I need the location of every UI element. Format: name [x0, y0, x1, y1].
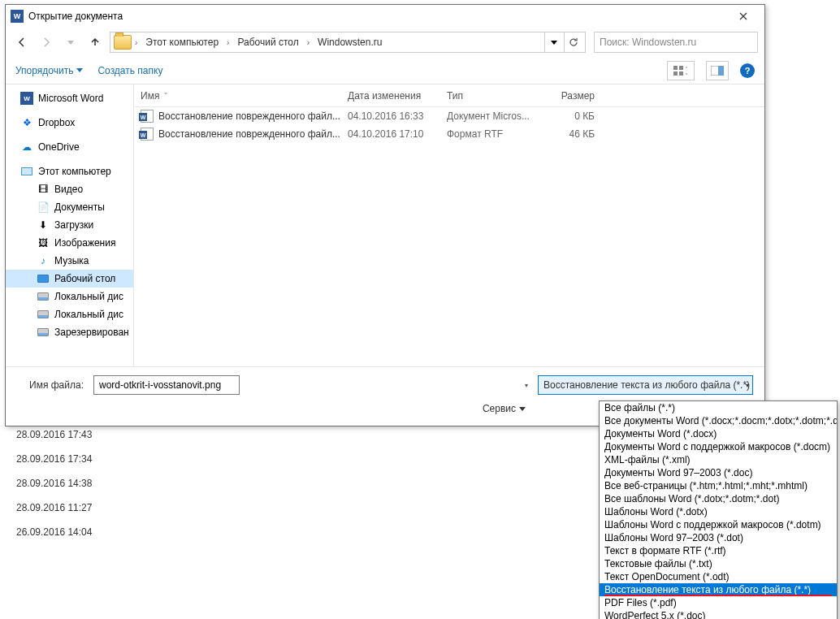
- bg-item: 28.09.2016 11:27: [0, 496, 154, 520]
- disk-icon: [37, 290, 50, 303]
- file-row[interactable]: Восстановление поврежденного файл... 04.…: [134, 125, 764, 143]
- filetype-option[interactable]: Все документы Word (*.docx;*.docm;*.dotx…: [600, 414, 837, 427]
- close-icon: [739, 12, 747, 20]
- filetype-option[interactable]: PDF Files (*.pdf): [600, 596, 837, 609]
- word-icon: W: [11, 10, 24, 23]
- view-mode-button[interactable]: [667, 61, 695, 80]
- sidebar-item-this-pc[interactable]: Этот компьютер: [6, 162, 133, 180]
- refresh-button[interactable]: [564, 32, 582, 52]
- crumb[interactable]: Этот компьютер: [141, 35, 223, 50]
- svg-rect-3: [679, 71, 683, 76]
- organize-button[interactable]: Упорядочить: [15, 65, 83, 76]
- crumb[interactable]: Рабочий стол: [232, 35, 303, 50]
- crumb[interactable]: Windowsten.ru: [313, 35, 387, 50]
- close-button[interactable]: [727, 5, 760, 28]
- bg-item: 28.09.2016 17:34: [0, 447, 154, 471]
- svg-rect-1: [679, 66, 683, 70]
- filetype-option[interactable]: Шаблоны Word с поддержкой макросов (*.do…: [600, 518, 837, 531]
- filetype-option[interactable]: Все файлы (*.*): [600, 401, 837, 414]
- sidebar-item-desktop[interactable]: Рабочий стол: [6, 270, 133, 288]
- bg-item: 26.09.2016 14:04: [0, 520, 154, 544]
- toolbar: Упорядочить Создать папку ?: [6, 57, 764, 84]
- preview-pane-button[interactable]: [706, 61, 729, 80]
- onedrive-icon: ☁: [20, 141, 33, 154]
- filetype-option[interactable]: Текст OpenDocument (*.odt): [600, 570, 837, 583]
- sidebar-item-onedrive[interactable]: ☁OneDrive: [6, 138, 133, 156]
- svg-rect-2: [673, 71, 678, 76]
- filename-label: Имя файла:: [17, 379, 87, 391]
- sidebar-item-disk-c[interactable]: Локальный дис: [6, 288, 133, 305]
- breadcrumb-dropdown[interactable]: [544, 32, 562, 52]
- tools-button[interactable]: Сервис: [483, 403, 526, 414]
- sidebar-item-downloads[interactable]: ⬇Загрузки: [6, 216, 133, 234]
- back-button[interactable]: [12, 32, 32, 52]
- recent-dropdown[interactable]: [61, 32, 80, 52]
- filename-input[interactable]: [93, 375, 240, 395]
- file-pane: Имя˄ Дата изменения Тип Размер Восстанов…: [134, 84, 764, 366]
- breadcrumb[interactable]: › Этот компьютер › Рабочий стол › Window…: [110, 32, 586, 53]
- music-icon: ♪: [37, 254, 50, 267]
- svg-rect-0: [673, 66, 678, 70]
- bg-item: 28.09.2016 14:38: [0, 471, 154, 496]
- folder-icon: [114, 35, 132, 50]
- col-type[interactable]: Тип: [440, 90, 538, 102]
- sidebar-item-music[interactable]: ♪Музыка: [6, 252, 133, 270]
- video-icon: 🎞: [37, 183, 50, 196]
- desktop-icon: [37, 272, 50, 285]
- filetype-dropdown: Все файлы (*.*)Все документы Word (*.doc…: [599, 400, 838, 619]
- disk-icon: [37, 326, 50, 339]
- doc-icon: [141, 110, 154, 123]
- file-row[interactable]: Восстановление поврежденного файл... 04.…: [134, 107, 764, 125]
- filetype-option[interactable]: XML-файлы (*.xml): [600, 453, 837, 466]
- filetype-option[interactable]: Документы Word 97–2003 (*.doc): [600, 466, 837, 479]
- svg-rect-5: [718, 66, 724, 76]
- filetype-option[interactable]: Все шаблоны Word (*.dotx;*.dotm;*.dot): [600, 492, 837, 505]
- sidebar-item-documents[interactable]: 📄Документы: [6, 198, 133, 216]
- documents-icon: 📄: [37, 201, 50, 214]
- col-name[interactable]: Имя˄: [134, 90, 341, 102]
- dropbox-icon: ❖: [20, 116, 33, 129]
- filetype-option[interactable]: Документы Word с поддержкой макросов (*.…: [600, 440, 837, 453]
- filetype-option[interactable]: Восстановление текста из любого файла (*…: [600, 583, 837, 596]
- sidebar-item-reserved[interactable]: Зарезервирован: [6, 323, 133, 341]
- col-size[interactable]: Размер: [538, 90, 601, 102]
- sidebar-item-word[interactable]: WMicrosoft Word: [6, 89, 133, 107]
- disk-icon: [37, 308, 50, 321]
- sidebar-item-disk-d[interactable]: Локальный дис: [6, 305, 133, 323]
- file-rows: Восстановление поврежденного файл... 04.…: [134, 107, 764, 366]
- filetype-option[interactable]: Шаблоны Word (*.dotx): [600, 505, 837, 518]
- filetype-option[interactable]: Текстовые файлы (*.txt): [600, 557, 837, 570]
- nav-row: › Этот компьютер › Рабочий стол › Window…: [6, 28, 764, 57]
- open-dialog: W Открытие документа › Этот компьютер › …: [5, 4, 765, 426]
- titlebar: W Открытие документа: [6, 5, 764, 28]
- forward-button[interactable]: [37, 32, 56, 52]
- background-list: 28.09.2016 17:43 28.09.2016 17:34 28.09.…: [0, 422, 154, 544]
- sidebar: WMicrosoft Word ❖Dropbox ☁OneDrive Этот …: [6, 84, 134, 366]
- filetype-filter[interactable]: Восстановление текста из любого файла (*…: [538, 375, 753, 395]
- filetype-option[interactable]: Текст в формате RTF (*.rtf): [600, 544, 837, 557]
- doc-icon: [141, 128, 154, 141]
- sidebar-item-videos[interactable]: 🎞Видео: [6, 180, 133, 198]
- filetype-option[interactable]: Документы Word (*.docx): [600, 427, 837, 440]
- downloads-icon: ⬇: [37, 219, 50, 232]
- column-headers: Имя˄ Дата изменения Тип Размер: [134, 84, 764, 107]
- new-folder-button[interactable]: Создать папку: [97, 65, 162, 76]
- pc-icon: [20, 165, 33, 178]
- help-button[interactable]: ?: [740, 63, 755, 78]
- search-input[interactable]: Поиск: Windowsten.ru: [594, 32, 758, 53]
- pictures-icon: 🖼: [37, 236, 50, 249]
- sidebar-item-pictures[interactable]: 🖼Изображения: [6, 234, 133, 252]
- dialog-title: Открытие документа: [28, 11, 727, 22]
- filetype-option[interactable]: Шаблоны Word 97–2003 (*.dot): [600, 531, 837, 544]
- filetype-option[interactable]: Все веб-страницы (*.htm;*.html;*.mht;*.m…: [600, 479, 837, 492]
- filename-dropdown-icon[interactable]: ▾: [525, 382, 528, 389]
- sidebar-item-dropbox[interactable]: ❖Dropbox: [6, 114, 133, 132]
- up-button[interactable]: [85, 32, 105, 52]
- filetype-option[interactable]: WordPerfect 5.x (*.doc): [600, 609, 837, 619]
- col-date[interactable]: Дата изменения: [341, 90, 440, 102]
